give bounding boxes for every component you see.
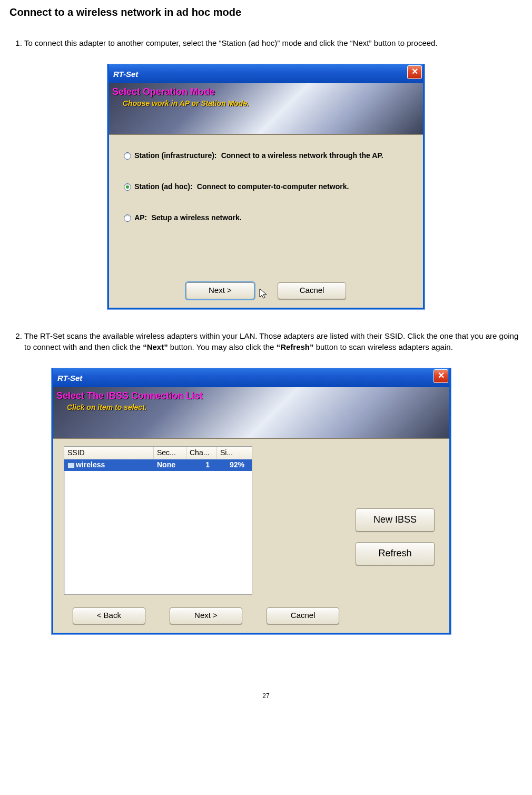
radio-option-adhoc[interactable]: Station (ad hoc): Connect to computer-to…	[124, 182, 423, 191]
radio-option-infrastructure[interactable]: Station (infrastructure): Connect to a w…	[124, 151, 423, 160]
radio-option-ap[interactable]: AP: Setup a wireless network.	[124, 213, 423, 222]
window-title: RT-Set	[57, 374, 82, 382]
next-button[interactable]: Next >	[186, 282, 254, 299]
cancel-button[interactable]: Cacnel	[267, 607, 339, 624]
refresh-button[interactable]: Refresh	[356, 542, 435, 565]
banner: Select Operation Mode Choose work in AP …	[109, 83, 423, 135]
network-list[interactable]: SSID Sec... Cha... Si... wireless None 1…	[64, 446, 252, 595]
network-icon	[67, 463, 75, 468]
cancel-button[interactable]: Cacnel	[278, 282, 346, 299]
column-security[interactable]: Sec...	[154, 447, 186, 459]
next-button[interactable]: Next >	[170, 607, 242, 624]
list-row-selected[interactable]: wireless None 1 92%	[64, 459, 252, 471]
page-number: 27	[9, 692, 523, 700]
banner: Select The IBSS Connection List Click on…	[53, 387, 449, 439]
radio-unselected-icon	[124, 152, 131, 160]
cursor-icon	[258, 288, 270, 300]
titlebar[interactable]: RT-Set ✕	[109, 64, 423, 83]
dialog-ibss-list: RT-Set ✕ Select The IBSS Connection List…	[52, 368, 451, 634]
close-icon[interactable]: ✕	[407, 65, 422, 79]
back-button[interactable]: < Back	[73, 607, 145, 624]
window-title: RT-Set	[113, 70, 138, 78]
banner-subtitle: Click on item to select.	[67, 403, 147, 411]
column-channel[interactable]: Cha...	[186, 447, 217, 459]
new-ibss-button[interactable]: New IBSS	[356, 508, 435, 532]
titlebar[interactable]: RT-Set ✕	[53, 368, 449, 387]
radio-unselected-icon	[124, 214, 131, 222]
radio-selected-icon	[124, 183, 131, 191]
close-icon[interactable]: ✕	[434, 369, 448, 383]
step-2-text: The RT-Set scans the available wireless …	[24, 330, 523, 352]
page-heading: Connect to a wireless network in ad hoc …	[9, 6, 523, 18]
banner-title: Select The IBSS Connection List	[56, 390, 203, 401]
column-signal[interactable]: Si...	[217, 447, 252, 459]
banner-title: Select Operation Mode	[112, 86, 215, 97]
step-1-text: To connect this adapter to another compu…	[24, 37, 523, 48]
dialog-select-mode: RT-Set ✕ Select Operation Mode Choose wo…	[107, 64, 425, 309]
banner-subtitle: Choose work in AP or Station Mode.	[123, 99, 249, 107]
list-header[interactable]: SSID Sec... Cha... Si...	[64, 447, 252, 459]
column-ssid[interactable]: SSID	[64, 447, 154, 459]
